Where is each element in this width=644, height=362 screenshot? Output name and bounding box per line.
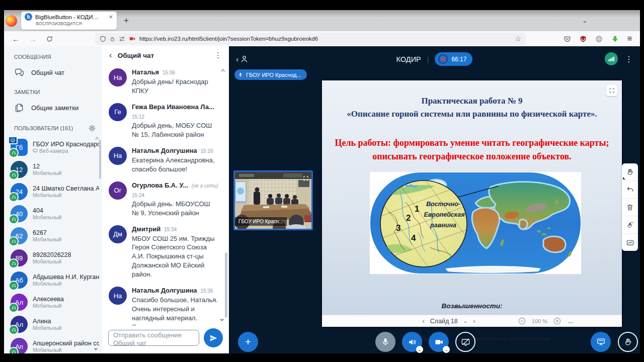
- user-list-item[interactable]: 12 12 Мобильный: [4, 158, 102, 180]
- user-name: 404: [33, 207, 61, 214]
- hand-tool-button[interactable]: [622, 163, 638, 181]
- url-bar[interactable]: https://veb.iro23.ru/html5client/join?se…: [95, 33, 526, 45]
- message-text: Добрый день. МБОУСОШ № 9, Успенский райо…: [132, 200, 219, 218]
- actions-plus-button[interactable]: +: [238, 332, 258, 352]
- sidebar-item-shared-notes[interactable]: Общие заметки: [4, 99, 102, 117]
- firefox-logo-icon[interactable]: [6, 15, 17, 27]
- permissions-icon[interactable]: [119, 36, 125, 42]
- bookmark-star-icon[interactable]: ☆: [515, 35, 521, 43]
- reload-button[interactable]: [46, 36, 53, 42]
- chat-message-list[interactable]: На Наталья 15:06 Добрый день! Краснодар …: [102, 64, 229, 325]
- user-list-item[interactable]: 24 24 Шматко Светлана Анатол Мобильный: [4, 180, 102, 203]
- user-list-item[interactable]: Ал Алина Мобильный: [4, 313, 102, 335]
- multi-user-whiteboard-button[interactable]: [622, 216, 638, 234]
- zoom-in-button[interactable]: [553, 317, 561, 325]
- slide-fullscreen-button[interactable]: [606, 85, 617, 96]
- user-list-item[interactable]: Ал Алексеева Мобильный: [4, 291, 102, 313]
- forward-button[interactable]: →: [29, 35, 37, 43]
- webcam-expand-icon[interactable]: [303, 174, 309, 184]
- chat-message-input[interactable]: Отправить сообщение Общий чат: [108, 330, 199, 346]
- user-list-scroll-down-icon[interactable]: ⌄: [93, 344, 99, 351]
- chat-message: На Наталья Долгушина 15:36 Спасибо больш…: [109, 287, 219, 325]
- lock-icon[interactable]: [110, 36, 115, 42]
- zoom-out-button[interactable]: [518, 317, 526, 325]
- restore-presentation-button[interactable]: [591, 332, 611, 352]
- user-name: Апшеронский район сош17: [33, 340, 99, 347]
- talking-indicator[interactable]: ГБОУ ИРО Краснод...: [234, 69, 307, 80]
- pocket-icon[interactable]: [564, 35, 571, 43]
- user-list-item[interactable]: 40 404 Мобильный: [4, 203, 102, 225]
- tab-list-chevron-icon[interactable]: ⌄: [582, 17, 588, 24]
- recording-indicator[interactable]: 66:17: [435, 52, 472, 66]
- users-settings-gear-icon[interactable]: [88, 124, 96, 132]
- screenshare-button[interactable]: [455, 332, 475, 352]
- tab-close-icon[interactable]: ×: [109, 14, 113, 20]
- message-initials: Ге: [114, 108, 121, 116]
- user-list-scrollbar[interactable]: [99, 140, 101, 179]
- user-list-item[interactable]: Аб Абдышева Н.И. Курганинский Мобильный: [4, 269, 102, 291]
- presentation-slide[interactable]: Практическая работа № 9 «Описание горной…: [322, 80, 622, 327]
- talking-user-label: ГБОУ ИРО Краснод...: [246, 72, 301, 78]
- raise-hand-button[interactable]: [618, 332, 638, 352]
- fit-width-button[interactable]: ↔: [567, 317, 574, 325]
- chat-panel: ‹ Общий чат ⋮ На Наталья 15:06 Добрый де…: [102, 46, 229, 353]
- message-author: Наталья Долгушина: [132, 147, 197, 154]
- previous-slide-button[interactable]: ‹: [422, 317, 424, 325]
- options-dots-icon[interactable]: ⋮: [625, 54, 633, 64]
- headset-badge: [9, 303, 19, 313]
- ublock-icon[interactable]: [580, 35, 587, 43]
- camera-in-use-icon[interactable]: [129, 36, 136, 42]
- audio-options-badge[interactable]: ⌄: [416, 346, 423, 353]
- camera-icon: [434, 337, 444, 347]
- webcam-options-badge[interactable]: ⌄: [443, 346, 450, 353]
- next-slide-button[interactable]: ›: [473, 317, 475, 325]
- browser-tab[interactable]: b BigBlueButton - КОДИР - Defau × ВОСПРО…: [21, 12, 117, 30]
- user-list: Гб ГБОУ ИРО Краснодарс... (Вы) Веб-камер…: [4, 136, 102, 353]
- chat-message: На Наталья 15:06 Добрый день! Краснодар …: [109, 68, 219, 96]
- chat-options-dots-icon[interactable]: ⋮: [214, 51, 222, 60]
- microphone-button[interactable]: [375, 332, 395, 352]
- bbb-app: СООБЩЕНИЯ Общий чат ЗАМЕТКИ Общие заметк…: [4, 46, 640, 353]
- clear-annotations-button[interactable]: [622, 199, 638, 216]
- user-list-item[interactable]: 89 89282026228 Мобильный: [4, 247, 102, 269]
- user-list-item[interactable]: Ап Апшеронский район сош17 Мобильный: [4, 335, 102, 353]
- hills-title: Возвышенности:: [322, 301, 622, 312]
- back-button[interactable]: ←: [12, 35, 20, 43]
- user-list-scroll-up-icon[interactable]: ^: [95, 136, 99, 143]
- tool-options-corner: [623, 177, 625, 179]
- chat-scroll-down-icon[interactable]: ⌄: [219, 314, 225, 322]
- user-list-item[interactable]: Гб ГБОУ ИРО Краснодарс... (Вы) Веб-камер…: [4, 136, 102, 158]
- map-label-line1: Восточно-: [426, 201, 460, 208]
- slide-number-label[interactable]: Слайд 18: [430, 318, 458, 325]
- webcam-share-button[interactable]: ⌄: [429, 332, 449, 352]
- smart-pen-chart-button[interactable]: [622, 234, 638, 251]
- undo-icon: [626, 186, 634, 194]
- chat-scrollbar[interactable]: [225, 252, 227, 318]
- webcam-video[interactable]: ГБОУ ИРО Красн...: [233, 170, 313, 230]
- message-avatar: На: [109, 287, 127, 305]
- sidebar-item-public-chat[interactable]: Общий чат: [4, 64, 102, 81]
- chat-message: На Наталья Долгушина 15:16 Екатерина Але…: [109, 147, 219, 174]
- manage-users-button[interactable]: ‹: [236, 54, 249, 64]
- headset-badge: [9, 148, 19, 158]
- download-helper-icon[interactable]: [611, 35, 619, 43]
- message-text: Добрый день, МОБУ СОШ № 15, Лабинский ра…: [132, 121, 219, 139]
- send-message-button[interactable]: [204, 328, 223, 347]
- slide-title-line1: Практическая работа № 9: [322, 95, 622, 108]
- message-author: Наталья: [132, 68, 159, 76]
- audio-button[interactable]: ⌄: [402, 332, 422, 352]
- hamburger-menu-icon[interactable]: ≡: [627, 34, 632, 43]
- undo-annotation-button[interactable]: [622, 181, 638, 199]
- shield-icon[interactable]: [100, 36, 106, 42]
- headset-icon: [12, 173, 16, 177]
- main-stage: ‹ КОДИР | 66:17 ⋮ ГБОУ ИРО Краснод...: [229, 46, 640, 353]
- new-tab-button[interactable]: +: [124, 16, 129, 26]
- connection-status-button[interactable]: [605, 52, 618, 65]
- user-status: Мобильный: [33, 192, 61, 198]
- chat-back-chevron-icon[interactable]: ‹: [109, 50, 112, 60]
- user-list-item[interactable]: 62 6267 Мобильный: [4, 225, 102, 247]
- globe-extension-icon[interactable]: [595, 35, 603, 43]
- chat-scroll-up-icon[interactable]: ^: [221, 67, 225, 75]
- slide-select-chevron-icon[interactable]: ⌄: [463, 318, 467, 324]
- user-status: Мобильный: [33, 170, 61, 176]
